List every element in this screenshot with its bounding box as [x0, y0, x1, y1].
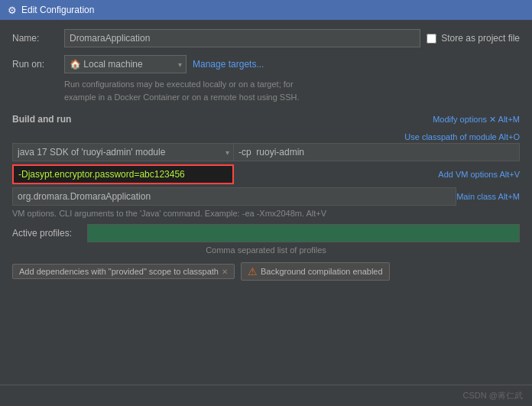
- main-class-row: Main class Alt+M: [12, 187, 520, 206]
- dialog-title: Edit Configuration: [21, 5, 94, 15]
- modify-options-link[interactable]: Modify options ✕ Alt+M: [433, 115, 520, 125]
- sdk-select-wrapper: java 17 SDK of 'ruoyi-admin' module: [12, 143, 234, 161]
- active-profiles-label: Active profiles:: [12, 228, 81, 239]
- background-compilation-label: Background compilation enabled: [261, 267, 383, 276]
- manage-targets-link[interactable]: Manage targets...: [193, 59, 264, 70]
- provided-scope-tag: Add dependencies with "provided" scope t…: [12, 264, 235, 279]
- store-as-project-row: Store as project file: [427, 33, 520, 44]
- vm-options-row: Add VM options Alt+V: [12, 164, 520, 184]
- main-class-label[interactable]: Main class Alt+M: [456, 192, 520, 201]
- store-as-project-label: Store as project file: [441, 33, 520, 44]
- active-profiles-input[interactable]: [87, 224, 520, 242]
- profiles-description: Comma separated list of profiles: [12, 245, 520, 255]
- name-input[interactable]: [64, 29, 420, 47]
- sdk-select[interactable]: java 17 SDK of 'ruoyi-admin' module: [12, 143, 234, 161]
- gear-icon: ⚙: [8, 5, 17, 16]
- footer: CSDN @蒋仁武: [0, 385, 532, 406]
- use-classpath-row: Use classpath of module Alt+O: [12, 132, 520, 141]
- warning-icon: ⚠: [248, 265, 258, 278]
- add-vm-options-link[interactable]: Add VM options Alt+V: [438, 170, 520, 179]
- name-label: Name:: [12, 33, 58, 44]
- main-class-input[interactable]: [12, 187, 456, 206]
- build-run-section: Build and run Modify options ✕ Alt+M Use…: [12, 114, 520, 218]
- run-on-row: Run on: 🏠 Local machine Manage targets..…: [12, 55, 520, 73]
- build-run-label: Build and run: [12, 114, 71, 125]
- provided-scope-label: Add dependencies with "provided" scope t…: [19, 267, 219, 276]
- edit-configuration-dialog: ⚙ Edit Configuration Name: Store as proj…: [0, 0, 532, 406]
- run-description: Run configurations may be executed local…: [64, 78, 520, 103]
- build-run-header-row: Build and run Modify options ✕ Alt+M: [12, 114, 520, 129]
- footer-credit: CSDN @蒋仁武: [463, 390, 523, 401]
- active-profiles-row: Active profiles:: [12, 224, 520, 242]
- store-as-project-checkbox[interactable]: [427, 34, 436, 44]
- use-classpath-label[interactable]: Use classpath of module Alt+O: [404, 132, 520, 141]
- run-on-label: Run on:: [12, 59, 58, 70]
- dialog-content: Name: Store as project file Run on: 🏠 Lo…: [0, 20, 532, 385]
- name-store-row: Name: Store as project file: [12, 29, 520, 47]
- provided-scope-close-icon[interactable]: ✕: [222, 268, 228, 276]
- title-bar: ⚙ Edit Configuration: [0, 0, 532, 20]
- vm-options-input[interactable]: [12, 164, 234, 184]
- sdk-cp-row: java 17 SDK of 'ruoyi-admin' module: [12, 143, 520, 161]
- vm-description: VM options. CLI arguments to the 'Java' …: [12, 209, 520, 218]
- run-on-select[interactable]: 🏠 Local machine: [64, 55, 187, 73]
- background-compilation-tag: ⚠ Background compilation enabled: [241, 262, 390, 281]
- cp-input[interactable]: [234, 143, 520, 161]
- tags-row: Add dependencies with "provided" scope t…: [12, 262, 520, 281]
- run-on-select-wrapper: 🏠 Local machine: [64, 55, 187, 73]
